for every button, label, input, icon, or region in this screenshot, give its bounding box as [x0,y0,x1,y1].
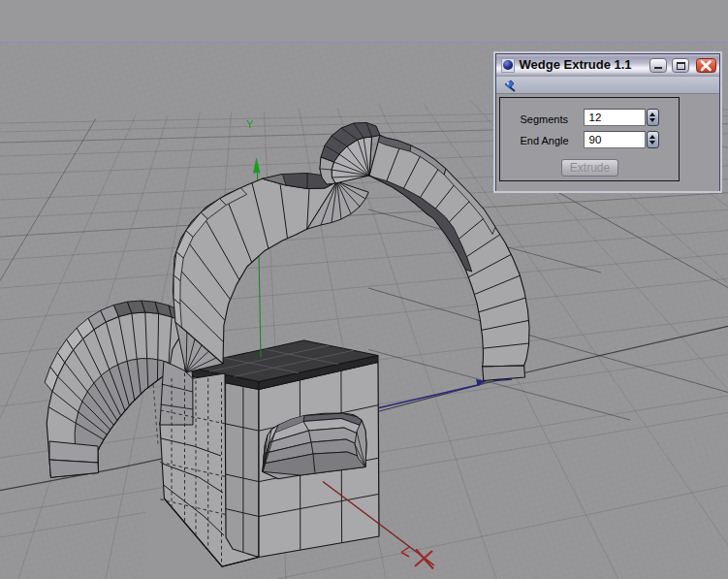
svg-text:Y: Y [246,118,254,130]
